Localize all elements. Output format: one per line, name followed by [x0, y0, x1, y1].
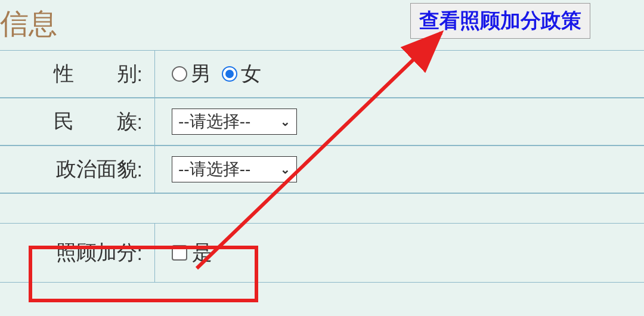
radio-icon-checked [222, 66, 237, 82]
value-ethnicity: --请选择-- ⌄ [155, 98, 297, 145]
radio-label-female: 女 [241, 60, 261, 88]
label-political: 政治面貌 : [0, 146, 155, 193]
value-political: --请选择-- ⌄ [155, 146, 297, 193]
label-gender: 性 别 : [0, 51, 155, 97]
row-political: 政治面貌 : --请选择-- ⌄ [0, 145, 644, 193]
select-placeholder: --请选择-- [178, 158, 250, 181]
label-ethnicity: 民 族 : [0, 98, 155, 145]
label-bonus: 照顾加分 : [0, 224, 155, 282]
value-bonus: 是 [155, 224, 212, 282]
chevron-down-icon: ⌄ [280, 114, 290, 129]
ethnicity-select[interactable]: --请选择-- ⌄ [172, 109, 297, 135]
chevron-down-icon: ⌄ [280, 162, 290, 176]
political-select[interactable]: --请选择-- ⌄ [172, 156, 297, 182]
row-ethnicity: 民 族 : --请选择-- ⌄ [0, 98, 644, 145]
value-gender: 男 女 [155, 51, 261, 97]
radio-male[interactable]: 男 [172, 60, 211, 88]
checkbox-icon [172, 245, 187, 261]
form-table: 性 别 : 男 女 民 族 : [0, 50, 644, 283]
checkbox-label-yes: 是 [192, 239, 212, 267]
view-bonus-policy-button[interactable]: 查看照顾加分政策 [410, 3, 590, 39]
row-gender: 性 别 : 男 女 [0, 50, 644, 98]
bonus-checkbox-wrap[interactable]: 是 [172, 239, 212, 267]
spacer-row [0, 193, 644, 223]
row-bonus: 照顾加分 : 是 [0, 223, 644, 283]
radio-icon [172, 66, 187, 82]
radio-female[interactable]: 女 [222, 60, 261, 88]
select-placeholder: --请选择-- [178, 110, 250, 133]
radio-label-male: 男 [191, 60, 211, 88]
